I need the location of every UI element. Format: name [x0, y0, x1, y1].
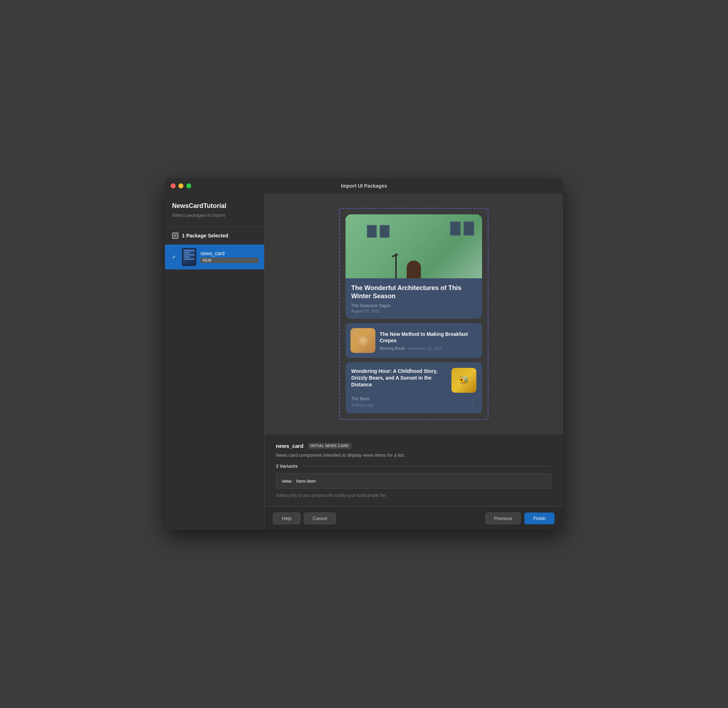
- food-art: [351, 328, 376, 353]
- titlebar: Import UI Packages: [165, 178, 563, 194]
- package-info: news_card NEW: [200, 251, 258, 263]
- bottom-card-footer: The Bees 4 hours ago ⋮: [351, 396, 476, 408]
- project-name: NewsCardTutorial: [172, 202, 257, 210]
- close-button[interactable]: [171, 183, 175, 189]
- package-thumb-inner: [183, 249, 196, 265]
- bottom-news-card: Wondering Hour: A Childhood Story, Grizz…: [345, 362, 482, 413]
- hero-card-title: The Wonderful Architectures of This Wint…: [351, 284, 476, 301]
- thumb-line-2: [184, 252, 190, 254]
- small-news-card: The New Method to Making Breakfast Crepe…: [345, 323, 482, 358]
- small-card-date: November 10, 2021: [408, 346, 442, 350]
- package-name: news_card: [200, 251, 258, 256]
- minimize-button[interactable]: [178, 183, 183, 189]
- details-variant-row: view: hero-item: [276, 473, 552, 489]
- preview-container: The Wonderful Architectures of This Wint…: [339, 208, 489, 420]
- hero-news-card: The Wonderful Architectures of This Wint…: [345, 214, 482, 319]
- bottom-card-text: Wondering Hour: A Childhood Story, Grizz…: [351, 368, 447, 388]
- small-card-content: The New Method to Making Breakfast Crepe…: [380, 331, 477, 350]
- bottom-card-main: Wondering Hour: A Childhood Story, Grizz…: [351, 368, 476, 393]
- footer-left: Help Cancel: [273, 512, 336, 524]
- small-card-title: The New Method to Making Breakfast Crepe…: [380, 331, 477, 344]
- small-card-meta: Morning Break November 10, 2021: [380, 346, 477, 350]
- thumb-line-5: [184, 258, 194, 260]
- package-badge: NEW: [200, 258, 258, 263]
- details-header: news_card INITIAL NEWS CARD: [276, 443, 552, 449]
- package-selected-label: 1 Package Selected: [182, 233, 228, 238]
- help-button[interactable]: Help: [273, 512, 300, 524]
- main-window: Import UI Packages NewsCardTutorial Sele…: [165, 178, 563, 530]
- sidebar-header: NewsCardTutorial Select packages to impo…: [165, 194, 264, 221]
- variants-count: 3 Variants: [276, 463, 297, 469]
- package-selected-checkbox[interactable]: ✓: [172, 232, 178, 239]
- bottom-card-source: The Bees: [351, 396, 374, 401]
- hero-card-source: The Seasonal Sagas: [351, 303, 476, 308]
- cancel-button[interactable]: Cancel: [304, 512, 336, 524]
- details-package-name: news_card: [276, 443, 303, 449]
- variant-view-value: hero-item: [295, 479, 316, 484]
- package-list-item[interactable]: ✓ news_card NEW: [165, 245, 264, 270]
- main-layout: NewsCardTutorial Select packages to impo…: [165, 194, 563, 530]
- sidebar-subtitle: Select packages to import: [172, 213, 257, 218]
- sidebar: NewsCardTutorial Select packages to impo…: [165, 194, 264, 530]
- bottom-card-title: Wondering Hour: A Childhood Story, Grizz…: [351, 368, 447, 388]
- details-variants-label: 3 Variants: [276, 463, 552, 469]
- package-thumbnail: [182, 248, 196, 266]
- content-area: The Wonderful Architectures of This Wint…: [264, 194, 563, 530]
- details-badge: INITIAL NEWS CARD: [308, 443, 352, 449]
- details-description: News card component intended to display …: [276, 453, 552, 458]
- previous-button[interactable]: Previous: [485, 512, 521, 524]
- preview-area: The Wonderful Architectures of This Wint…: [264, 194, 563, 434]
- maximize-button[interactable]: [186, 183, 191, 189]
- details-note: Adding this to your project will modify …: [276, 493, 552, 498]
- variant-view-label: view:: [282, 479, 293, 484]
- more-options-icon[interactable]: ⋮: [470, 398, 476, 406]
- footer-right: Previous Finish: [485, 512, 554, 524]
- checkmark-icon: ✓: [174, 234, 177, 237]
- hero-card-content: The Wonderful Architectures of This Wint…: [345, 278, 482, 319]
- hero-image: [345, 214, 482, 278]
- variant-view-text: view: hero-item: [282, 479, 316, 484]
- package-checkbox[interactable]: ✓: [171, 254, 178, 261]
- small-card-image: [351, 328, 376, 353]
- thumb-line-4: [184, 256, 190, 258]
- window-controls: [171, 183, 191, 189]
- thumb-line-3: [184, 254, 194, 255]
- bottom-card-time: 4 hours ago: [351, 403, 374, 408]
- variants-divider: [302, 466, 552, 466]
- bottom-card-image: [451, 368, 476, 393]
- window-title: Import UI Packages: [341, 183, 387, 189]
- package-selected-row: ✓ 1 Package Selected: [165, 232, 264, 245]
- package-checkmark-icon: ✓: [172, 254, 176, 260]
- footer: Help Cancel Previous Finish: [264, 506, 563, 530]
- small-card-source: Morning Break: [380, 346, 405, 350]
- details-panel: news_card INITIAL NEWS CARD News card co…: [264, 434, 563, 506]
- sidebar-divider: [165, 226, 264, 227]
- thumb-line-1: [184, 250, 194, 251]
- finish-button[interactable]: Finish: [524, 512, 554, 524]
- hero-card-date: August 25, 2021: [351, 309, 476, 313]
- bee-art: [451, 368, 476, 393]
